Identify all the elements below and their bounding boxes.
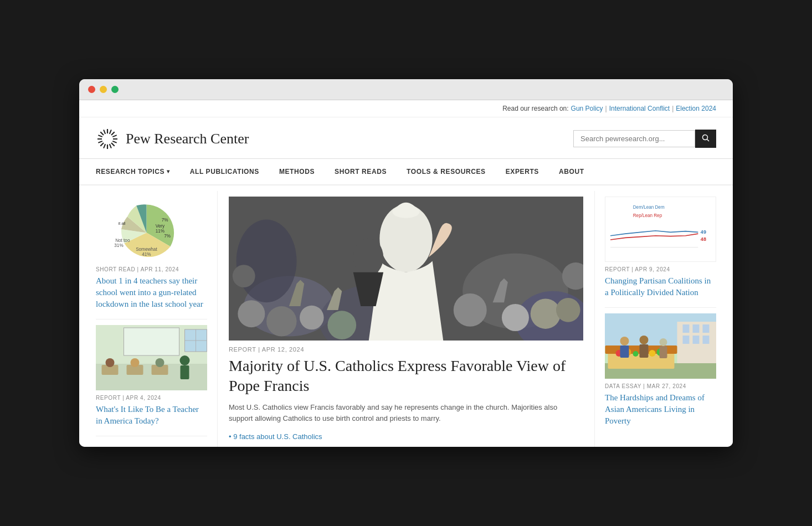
svg-point-88 <box>660 338 667 346</box>
svg-text:7%: 7% <box>164 234 171 239</box>
svg-point-55 <box>233 265 255 287</box>
svg-line-14 <box>98 141 102 143</box>
svg-line-6 <box>111 132 115 135</box>
svg-point-82 <box>649 350 656 357</box>
svg-rect-85 <box>620 345 629 358</box>
left-article-1: Very 11% 7% 7% it all Not too 31% Somewh… <box>96 191 207 319</box>
main-article-meta: REPORT | APR 12, 2024 <box>229 346 583 353</box>
header: Pew Research Center <box>79 117 733 159</box>
svg-rect-69 <box>683 324 690 333</box>
svg-rect-73 <box>693 336 700 344</box>
nav-tools-resources[interactable]: TOOLS & RESOURCES <box>397 159 496 184</box>
asian-americans-image <box>605 313 716 379</box>
top-bar: Read our research on: Gun Policy | Inter… <box>79 100 733 117</box>
browser-window: Read our research on: Gun Policy | Inter… <box>79 79 733 447</box>
svg-text:it all: it all <box>119 221 126 226</box>
chevron-down-icon: ▾ <box>167 168 170 174</box>
svg-line-15 <box>112 135 117 137</box>
svg-line-10 <box>110 130 111 134</box>
left-column: Very 11% 7% 7% it all Not too 31% Somewh… <box>96 191 218 447</box>
svg-rect-71 <box>703 324 710 333</box>
main-article-link[interactable]: 9 facts about U.S. Catholics <box>229 432 322 441</box>
nav-methods[interactable]: METHODS <box>269 159 325 184</box>
close-button[interactable] <box>88 86 95 93</box>
svg-point-38 <box>156 358 165 367</box>
svg-point-84 <box>620 337 629 345</box>
nav-about[interactable]: ABOUT <box>549 159 594 184</box>
line-chart-container: Dem/Lean Dem Rep/Lean Rep 49 48 <box>605 197 716 262</box>
main-nav: RESEARCH TOPICS ▾ ALL PUBLICATIONS METHO… <box>79 159 733 185</box>
svg-point-51 <box>454 293 487 327</box>
left-article-2-title[interactable]: What's It Like To Be a Teacher in Americ… <box>96 404 207 427</box>
site-content: Read our research on: Gun Policy | Inter… <box>79 100 733 447</box>
svg-text:11%: 11% <box>156 229 165 234</box>
right-article-1-title[interactable]: Changing Partisan Coalitions in a Politi… <box>605 275 716 298</box>
svg-point-46 <box>237 219 297 302</box>
nav-all-publications[interactable]: ALL PUBLICATIONS <box>180 159 269 184</box>
right-article-2: DATA ESSAY | MAR 27, 2024 The Hardships … <box>605 308 716 436</box>
svg-point-48 <box>266 306 296 336</box>
svg-line-9 <box>110 144 111 148</box>
svg-text:41%: 41% <box>142 252 151 257</box>
left-article-1-meta: SHORT READ | APR 11, 2024 <box>96 266 207 272</box>
svg-point-49 <box>300 306 324 330</box>
nav-experts[interactable]: EXPERTS <box>496 159 549 184</box>
svg-point-16 <box>703 135 708 140</box>
top-bar-link-election[interactable]: Election 2024 <box>676 105 716 112</box>
svg-point-80 <box>633 351 639 357</box>
sep2: | <box>672 105 674 112</box>
right-article-2-title[interactable]: The Hardships and Dreams of Asian Americ… <box>605 392 716 427</box>
svg-text:Somewhat: Somewhat <box>136 247 157 252</box>
right-column: Dem/Lean Dem Rep/Lean Rep 49 48 <box>594 191 716 447</box>
svg-rect-87 <box>640 344 649 358</box>
svg-point-54 <box>556 298 580 322</box>
svg-point-50 <box>327 311 356 339</box>
pie-chart-container: Very 11% 7% 7% it all Not too 31% Somewh… <box>96 197 207 262</box>
svg-text:49: 49 <box>701 229 706 235</box>
top-bar-prefix: Read our research on: <box>502 105 568 112</box>
nav-short-reads[interactable]: SHORT READS <box>325 159 397 184</box>
center-column: REPORT | APR 12, 2024 Majority of U.S. C… <box>218 191 594 447</box>
svg-point-39 <box>180 355 190 365</box>
svg-point-37 <box>131 358 140 367</box>
svg-line-8 <box>104 130 105 134</box>
svg-text:7%: 7% <box>162 218 168 223</box>
svg-point-59 <box>353 238 383 276</box>
search-input[interactable] <box>573 130 695 147</box>
logo-area[interactable]: Pew Research Center <box>96 127 249 151</box>
svg-line-4 <box>100 132 104 135</box>
svg-line-11 <box>104 144 105 148</box>
right-article-2-meta: DATA ESSAY | MAR 27, 2024 <box>605 383 716 389</box>
main-article-desc: Most U.S. Catholics view Francis favorab… <box>229 402 583 425</box>
svg-rect-70 <box>693 324 700 333</box>
pope-image <box>229 197 583 341</box>
right-article-1: Dem/Lean Dem Rep/Lean Rep 49 48 <box>605 191 716 308</box>
pew-logo-icon <box>96 127 119 151</box>
svg-text:Very: Very <box>156 224 165 229</box>
svg-rect-72 <box>683 336 690 344</box>
svg-point-86 <box>640 336 649 344</box>
svg-line-17 <box>707 140 710 142</box>
main-article-title[interactable]: Majority of U.S. Catholics Express Favor… <box>229 356 583 396</box>
svg-text:Rep/Lean Rep: Rep/Lean Rep <box>633 213 662 218</box>
search-bar <box>573 130 716 148</box>
svg-rect-89 <box>660 346 667 358</box>
svg-point-53 <box>531 298 561 328</box>
left-article-2-meta: REPORT | APR 4, 2024 <box>96 395 207 401</box>
browser-chrome <box>79 79 733 100</box>
svg-point-47 <box>238 300 265 327</box>
top-bar-link-intl-conflict[interactable]: International Conflict <box>609 105 670 112</box>
minimize-button[interactable] <box>100 86 107 93</box>
pie-chart: Very 11% 7% 7% it all Not too 31% Somewh… <box>96 197 207 262</box>
svg-point-36 <box>106 358 115 367</box>
svg-rect-40 <box>181 365 189 379</box>
logo-text: Pew Research Center <box>126 131 249 147</box>
svg-text:Not too: Not too <box>115 238 130 243</box>
svg-rect-74 <box>703 336 710 344</box>
left-article-1-title[interactable]: About 1 in 4 teachers say their school w… <box>96 275 207 310</box>
nav-research-topics[interactable]: RESEARCH TOPICS ▾ <box>96 159 180 184</box>
maximize-button[interactable] <box>111 86 119 93</box>
search-button[interactable] <box>695 130 716 148</box>
top-bar-link-gun-policy[interactable]: Gun Policy <box>571 105 603 112</box>
svg-line-5 <box>111 143 115 146</box>
